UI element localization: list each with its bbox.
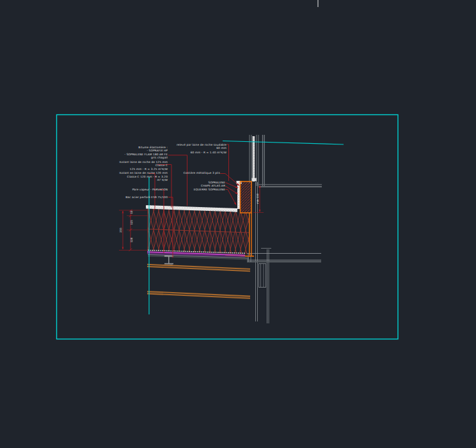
insulation-line-2: Classe C [155,164,168,167]
steel-deck-label: Bac acier perforé E59 75/100 [125,196,168,199]
corner-callout: SOPRALENE CHAPE ATLAS AR EQUERRE SOPRALE… [194,181,225,191]
dim-total: 255 [119,228,122,233]
dim-seg-bot: 120 [130,237,133,242]
dim-upstand-height: min 150 [256,193,259,204]
upstand-callout: relevé par laine de roche soudable 60 mm… [177,143,227,154]
upstand-line-2: 60 mm [216,146,226,150]
corner-line-3: EQUERRE SOPRALENE [194,188,225,191]
floor-band [258,185,322,187]
membrane-callout: Bitume élastomère : - SOPRAFIX HP - SOPR… [125,146,168,160]
dim-seg-top: 10 [130,210,133,213]
corner-line-1: SOPRALENE [209,181,226,184]
vapour-barrier-label: Pare vapeur - PARVACON [132,188,168,191]
cad-canvas[interactable]: 255 10 125 120 min 150 Bitume élastomère… [0,0,476,448]
insulation-line-6: m² K/W [157,178,168,182]
column-section [259,264,266,288]
insulation-line-3: 125 mm - R = 3.25 m²K/W [130,167,168,171]
membrane-line-2: - SOPRAFIX HP [147,149,168,152]
annotation-text: Bitume élastomère : - SOPRAFIX HP - SOPR… [120,143,227,199]
insulation-callout: Isolant laine de roche de 125 mm Classe … [120,160,168,182]
upstand-insulation-hatch [241,182,251,213]
flashing-label: Costière métallique 3 plis [184,171,221,174]
corner-line-2: CHAPE ATLAS AR [201,184,225,187]
membrane-line-1: Bitume élastomère : [138,146,168,149]
insulation-line-4: Isolant en laine de roche 120 mm [120,171,168,174]
roof-insulation-hatch [148,209,250,255]
insulation-line-5: Classe C 120 mm - R = 3.20 [127,175,168,178]
steel-beam [164,256,173,265]
upstand-line-3: 60 mm - R = 1.40 m²K/W [191,151,227,154]
wall-insulation-strip [252,136,257,182]
cad-workspace: 255 10 125 120 min 150 Bitume élastomère… [0,0,476,448]
membrane-line-4: gris chagall [151,156,168,159]
purlins [147,265,250,298]
dim-seg-mid: 125 [130,220,133,225]
membrane-line-3: - SOPRALENE FLAM 180 AR FE [125,153,168,156]
